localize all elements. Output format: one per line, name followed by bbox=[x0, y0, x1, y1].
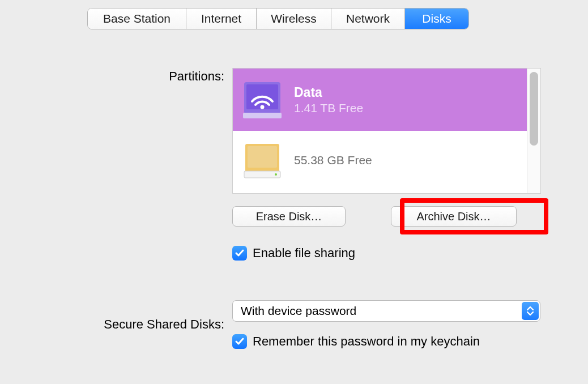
chevron-down-icon bbox=[527, 312, 534, 316]
tab-base-station[interactable]: Base Station bbox=[88, 8, 186, 29]
file-sharing-label: Enable file sharing bbox=[253, 246, 355, 261]
secure-shared-value: With device password bbox=[233, 304, 356, 318]
partition-free: 55.38 GB Free bbox=[294, 153, 372, 167]
partitions-label: Partitions: bbox=[0, 68, 232, 85]
secure-shared-select[interactable]: With device password bbox=[232, 300, 540, 322]
partitions-list: Data 1.41 TB Free 55.38 GB F bbox=[232, 68, 541, 194]
remember-keychain-checkbox[interactable] bbox=[232, 334, 247, 349]
checkmark-icon bbox=[235, 336, 245, 347]
svg-rect-2 bbox=[243, 113, 282, 118]
partition-free: 1.41 TB Free bbox=[294, 101, 363, 115]
archive-disk-button[interactable]: Archive Disk… bbox=[391, 206, 517, 227]
partition-row-selected[interactable]: Data 1.41 TB Free bbox=[233, 69, 527, 131]
tab-internet[interactable]: Internet bbox=[186, 8, 257, 29]
tab-wireless[interactable]: Wireless bbox=[257, 8, 331, 29]
svg-point-3 bbox=[261, 105, 265, 109]
svg-rect-5 bbox=[248, 146, 277, 168]
tab-disks[interactable]: Disks bbox=[405, 8, 468, 29]
wireless-disk-icon bbox=[241, 79, 284, 121]
tabbar: Base Station Internet Wireless Network D… bbox=[87, 8, 469, 29]
external-disk-icon bbox=[241, 139, 284, 181]
remember-keychain-label: Remember this password in my keychain bbox=[253, 334, 480, 349]
checkmark-icon bbox=[235, 248, 245, 258]
partition-name: Data bbox=[294, 85, 363, 100]
select-stepper-icon bbox=[522, 302, 539, 320]
file-sharing-checkbox[interactable] bbox=[232, 246, 247, 261]
svg-point-7 bbox=[275, 173, 277, 176]
tab-network[interactable]: Network bbox=[331, 8, 405, 29]
secure-shared-label: Secure Shared Disks: bbox=[0, 316, 232, 333]
erase-disk-button[interactable]: Erase Disk… bbox=[232, 206, 346, 227]
partitions-scrollbar[interactable] bbox=[527, 69, 540, 193]
scrollbar-thumb[interactable] bbox=[530, 72, 538, 146]
partition-row[interactable]: 55.38 GB Free bbox=[233, 131, 527, 190]
chevron-up-icon bbox=[527, 306, 534, 310]
